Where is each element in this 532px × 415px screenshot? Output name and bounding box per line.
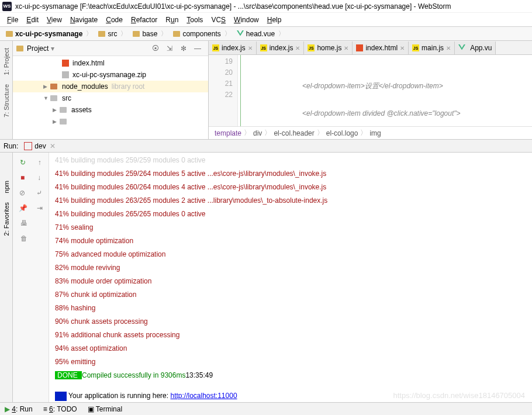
run-tool-window: Run: dev ✕ npm 2: Favorites ↻↑ ■↓ ⊘⤶ 📌⇥ … bbox=[0, 139, 532, 402]
tab-main-js[interactable]: JSmain.js✕ bbox=[409, 42, 455, 54]
rerun-icon[interactable]: ↻ bbox=[20, 158, 26, 167]
folder-icon bbox=[133, 31, 140, 37]
run-config-name[interactable]: dev bbox=[34, 142, 46, 150]
menu-run[interactable]: Run bbox=[162, 15, 182, 25]
tree-folder-src[interactable]: ▼src bbox=[13, 92, 208, 104]
tool-tab-npm[interactable]: npm bbox=[2, 176, 11, 198]
close-icon[interactable]: ✕ bbox=[344, 45, 348, 51]
dropdown-icon[interactable]: ▾ bbox=[51, 44, 54, 53]
running-msg: Your application is running here: bbox=[67, 392, 170, 400]
code-editor[interactable]: 19 20 21 22 <el-dropdown-item>设置</el-dro… bbox=[209, 55, 532, 126]
tree-file-zip[interactable]: xc-ui-pc-sysmanage.zip bbox=[13, 69, 208, 81]
menu-edit[interactable]: Edit bbox=[23, 15, 42, 25]
tab-index-html[interactable]: index.html✕ bbox=[353, 42, 409, 54]
bc-item[interactable]: el-col.header bbox=[274, 129, 314, 137]
status-todo[interactable]: ≡ 6: TODO bbox=[43, 405, 77, 413]
pin-icon[interactable]: 📌 bbox=[19, 204, 27, 212]
tree-folder-assets[interactable]: ▶assets bbox=[13, 104, 208, 116]
soft-wrap-icon[interactable]: ⤶ bbox=[36, 189, 42, 197]
menu-window[interactable]: Window bbox=[230, 15, 262, 25]
crumb-components[interactable]: components bbox=[171, 28, 234, 40]
console-line: 41% building modules 263/265 modules 2 a… bbox=[55, 194, 532, 208]
tool-tab-favorites[interactable]: 2: Favorites bbox=[2, 198, 11, 240]
folder-icon bbox=[60, 119, 67, 124]
close-run-icon[interactable]: ⊘ bbox=[19, 189, 25, 197]
menu-view[interactable]: View bbox=[43, 15, 65, 25]
up-icon[interactable]: ↑ bbox=[38, 158, 42, 167]
menu-refactor[interactable]: Refactor bbox=[127, 15, 161, 25]
done-badge: DONE bbox=[55, 371, 82, 379]
close-icon[interactable]: ✕ bbox=[295, 45, 300, 51]
menu-file[interactable]: File bbox=[4, 15, 22, 25]
indent-guide bbox=[240, 55, 241, 126]
tab-home-js[interactable]: JShome.js✕ bbox=[304, 42, 353, 54]
left-tool-strip-lower: npm 2: Favorites bbox=[0, 153, 13, 402]
bc-item[interactable]: div bbox=[253, 129, 262, 137]
tree-file-index-html[interactable]: index.html bbox=[13, 57, 208, 69]
tab-label: App.vu bbox=[470, 44, 492, 52]
hide-icon[interactable]: — bbox=[193, 44, 202, 53]
chevron-down-icon: ▼ bbox=[43, 95, 49, 101]
folder-icon bbox=[6, 31, 13, 37]
bc-item[interactable]: template bbox=[215, 129, 241, 137]
tree-folder-more[interactable]: ▶ bbox=[13, 116, 208, 127]
code-body[interactable]: <el-dropdown-item>设置</el-dropdown-item> … bbox=[238, 55, 461, 126]
editor-area: JSindex.js✕ JSindex.js✕ JShome.js✕ index… bbox=[209, 41, 532, 139]
vue-icon bbox=[237, 30, 244, 37]
close-icon[interactable]: ✕ bbox=[400, 45, 405, 51]
code-line: <el-dropdown-item>设置</el-dropdown-item> bbox=[244, 81, 461, 92]
close-icon[interactable]: ✕ bbox=[446, 45, 451, 51]
tree-hint: library root bbox=[112, 82, 145, 91]
tab-index-js[interactable]: JSindex.js✕ bbox=[209, 42, 257, 54]
tab-index-js-2[interactable]: JSindex.js✕ bbox=[257, 42, 305, 54]
menu-code[interactable]: Code bbox=[102, 15, 126, 25]
tree-folder-node-modules[interactable]: ▶node_moduleslibrary root bbox=[13, 81, 208, 92]
code-line: <el-dropdown-item divided @click.native=… bbox=[244, 108, 461, 119]
crumb-base[interactable]: base bbox=[130, 28, 171, 40]
crumb-src[interactable]: src bbox=[96, 28, 130, 40]
archive-icon bbox=[62, 71, 69, 78]
console-output[interactable]: 41% building modules 259/259 modules 0 a… bbox=[49, 153, 532, 402]
menu-vcs[interactable]: VCS bbox=[208, 15, 229, 25]
status-terminal[interactable]: ▣ Terminal bbox=[88, 405, 122, 413]
tab-app-vue[interactable]: App.vu bbox=[455, 42, 496, 54]
locate-icon[interactable]: ⦿ bbox=[151, 44, 160, 53]
app-url-link[interactable]: http://localhost:11000 bbox=[170, 392, 237, 400]
gear-icon[interactable]: ✻ bbox=[179, 44, 188, 53]
status-run[interactable]: ▶ 4: Run bbox=[5, 405, 33, 413]
trash-icon[interactable]: 🗑 bbox=[20, 234, 27, 243]
crumb-project[interactable]: xc-ui-pc-sysmanage bbox=[4, 28, 96, 40]
console-line-done: DONE Compiled successfully in 9306ms13:3… bbox=[55, 369, 532, 382]
tab-label: index.html bbox=[365, 44, 398, 52]
console-line: 91% additional chunk assets processing bbox=[55, 328, 532, 342]
bc-item[interactable]: el-col.logo bbox=[326, 129, 358, 137]
menubar: File Edit View Navigate Code Refactor Ru… bbox=[0, 13, 532, 27]
menu-help[interactable]: Help bbox=[264, 15, 285, 25]
menu-navigate[interactable]: Navigate bbox=[67, 15, 101, 25]
console-line: 75% advanced module optimization bbox=[55, 248, 532, 261]
timestamp: 13:35:49 bbox=[185, 371, 213, 379]
collapse-icon[interactable]: ⇲ bbox=[165, 44, 174, 53]
print-icon[interactable]: 🖶 bbox=[20, 219, 27, 227]
close-icon[interactable]: ✕ bbox=[50, 142, 56, 150]
stop-icon[interactable]: ■ bbox=[20, 174, 25, 182]
bc-item[interactable]: img bbox=[369, 129, 381, 137]
tool-tab-structure[interactable]: 7: Structure bbox=[2, 79, 11, 122]
crumb-file[interactable]: head.vue bbox=[234, 28, 288, 40]
scroll-icon[interactable]: ⇥ bbox=[37, 204, 43, 212]
close-icon[interactable]: ✕ bbox=[248, 45, 253, 51]
console-line: 41% building modules 260/264 modules 4 a… bbox=[55, 181, 532, 194]
console-line: 90% chunk assets processing bbox=[55, 315, 532, 328]
console-line: 74% module optimization bbox=[55, 234, 532, 248]
js-icon: JS bbox=[308, 44, 315, 51]
menu-tools[interactable]: Tools bbox=[183, 15, 206, 25]
chevron-right-icon: 〉 bbox=[360, 128, 367, 138]
tool-tab-project[interactable]: 1: Project bbox=[2, 43, 11, 79]
run-header: Run: dev ✕ bbox=[0, 140, 532, 153]
console-line: 41% building modules 259/264 modules 5 a… bbox=[55, 167, 532, 181]
line-number: 19 bbox=[209, 56, 233, 67]
chevron-right-icon: ▶ bbox=[53, 107, 58, 113]
down-icon[interactable]: ↓ bbox=[37, 174, 41, 182]
console-line: 41% building modules 265/265 modules 0 a… bbox=[55, 208, 532, 221]
project-tree: index.html xc-ui-pc-sysmanage.zip ▶node_… bbox=[13, 56, 208, 129]
